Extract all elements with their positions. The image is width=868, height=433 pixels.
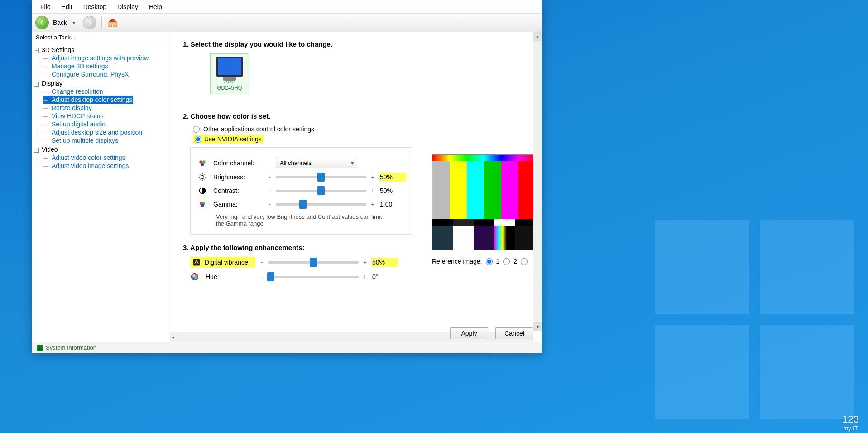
svg-point-15 [201, 204, 204, 207]
plus-icon: + [369, 187, 376, 194]
toolbar: Back ▼ [32, 14, 542, 32]
task-sidebar: Select a Task... −3D Settings Adjust ima… [32, 32, 170, 342]
forward-button[interactable] [83, 16, 96, 29]
home-icon[interactable] [107, 17, 118, 28]
tree-item-manage-3d[interactable]: Manage 3D settings [43, 62, 168, 70]
color-channel-select[interactable]: All channels [276, 158, 357, 168]
contrast-value: 50% [379, 187, 406, 194]
plus-icon: + [369, 173, 376, 181]
minus-icon: - [266, 201, 273, 208]
tree-item-multiple-displays[interactable]: Set up multiple displays [43, 136, 168, 144]
minus-icon: - [266, 187, 273, 194]
reference-radio-1[interactable] [486, 258, 493, 265]
radio-other-apps-label: Other applications control color setting… [203, 125, 314, 133]
tree-item-rotate-display[interactable]: Rotate display [43, 104, 168, 112]
apply-button[interactable]: Apply [450, 327, 488, 339]
watermark: 123 my IT [842, 415, 859, 433]
back-label: Back [51, 19, 69, 26]
digital-vibrance-value: 50% [371, 258, 398, 267]
toolbar-separator [101, 16, 102, 29]
hue-icon [190, 272, 199, 281]
scroll-left-icon[interactable]: ◂ [172, 335, 174, 340]
svg-point-0 [199, 160, 202, 164]
menu-display[interactable]: Display [113, 1, 143, 12]
color-channel-icon [198, 159, 207, 168]
svg-point-3 [201, 176, 204, 179]
tree-item-view-hdcp[interactable]: View HDCP status [43, 112, 168, 120]
svg-line-10 [200, 179, 201, 180]
contrast-icon [198, 186, 207, 195]
tree-item-adjust-desktop-color[interactable]: Adjust desktop color settings [43, 96, 133, 104]
brightness-label: Brightness: [213, 173, 263, 181]
reference-radio-2[interactable] [503, 258, 510, 265]
plus-icon: + [361, 259, 369, 266]
svg-line-9 [204, 179, 205, 180]
plus-icon: + [369, 201, 376, 208]
digital-vibrance-icon [192, 258, 201, 267]
monitor-icon [216, 57, 243, 77]
tree-item-desktop-size-position[interactable]: Adjust desktop size and position [43, 128, 168, 136]
sidebar-header: Select a Task... [32, 32, 170, 43]
nvidia-control-panel-window: File Edit Desktop Display Help Back ▼ Se… [32, 0, 542, 353]
gamma-icon [198, 200, 207, 209]
contrast-slider[interactable] [276, 190, 366, 192]
main-pane: 1. Select the display you would like to … [170, 32, 542, 342]
hue-value: 0° [371, 273, 398, 280]
preview-panel: Reference image: 1 2 [432, 154, 536, 265]
action-buttons: Apply Cancel [450, 325, 533, 342]
radio-other-apps[interactable] [193, 126, 200, 133]
brightness-value: 50% [379, 173, 406, 182]
collapse-icon[interactable]: − [34, 82, 39, 87]
reference-image-label: Reference image: [432, 258, 482, 265]
reference-radio-3[interactable] [521, 258, 528, 265]
menu-file[interactable]: File [36, 1, 55, 12]
tree-item-adjust-image-preview[interactable]: Adjust image settings with preview [43, 54, 168, 62]
radio-use-nvidia[interactable] [195, 136, 201, 143]
menubar: File Edit Desktop Display Help [32, 0, 542, 14]
system-information-link[interactable]: ⓘ System Information [32, 342, 542, 353]
brightness-slider[interactable] [276, 176, 366, 178]
menu-help[interactable]: Help [144, 1, 167, 12]
collapse-icon[interactable]: − [34, 48, 39, 53]
tree-item-video-color[interactable]: Adjust video color settings [43, 154, 168, 162]
tree-group-display[interactable]: −Display [34, 79, 168, 87]
tree-item-video-image[interactable]: Adjust video image settings [43, 162, 168, 170]
tree-group-3d-settings[interactable]: −3D Settings [34, 46, 168, 54]
hue-slider[interactable] [268, 276, 359, 278]
desktop-windows-logo [655, 220, 854, 419]
svg-line-11 [204, 174, 205, 175]
minus-icon: - [258, 273, 265, 280]
task-tree: −3D Settings Adjust image settings with … [32, 43, 170, 342]
digital-vibrance-label: Digital vibrance: [205, 259, 250, 266]
gamma-label: Gamma: [213, 201, 263, 208]
tree-item-digital-audio[interactable]: Set up digital audio [43, 120, 168, 128]
tree-item-change-resolution[interactable]: Change resolution [43, 87, 168, 96]
collapse-icon[interactable]: − [34, 148, 39, 153]
section1-title: 1. Select the display you would like to … [183, 40, 529, 48]
contrast-label: Contrast: [213, 187, 263, 194]
back-button[interactable] [36, 16, 48, 29]
scroll-up-icon[interactable]: ▴ [533, 32, 542, 41]
display-thumbnail[interactable]: Acer GD245HQ [210, 53, 249, 94]
hue-label: Hue: [206, 273, 255, 280]
color-channel-label: Color channel: [213, 159, 263, 167]
cancel-button[interactable]: Cancel [495, 327, 533, 339]
reference-preview-image [432, 154, 536, 250]
digital-vibrance-slider[interactable] [268, 261, 359, 264]
back-history-dropdown[interactable]: ▼ [72, 20, 81, 25]
minus-icon: - [258, 259, 265, 266]
gamma-value: 1.00 [379, 201, 406, 208]
scroll-down-icon[interactable]: ▾ [533, 322, 542, 331]
section2-title: 2. Choose how color is set. [183, 112, 529, 120]
vertical-scrollbar[interactable]: ▴ ▾ [533, 32, 542, 331]
plus-icon: + [361, 273, 369, 280]
gamma-slider[interactable] [276, 203, 366, 206]
menu-desktop[interactable]: Desktop [79, 1, 111, 12]
gamma-range-note: Very high and very low Brightness and Co… [216, 213, 388, 227]
svg-point-2 [201, 163, 204, 166]
info-icon: ⓘ [37, 345, 43, 351]
menu-edit[interactable]: Edit [57, 1, 77, 12]
tree-group-video[interactable]: −Video [34, 145, 168, 154]
tree-item-configure-surround[interactable]: Configure Surround, PhysX [43, 70, 168, 78]
brightness-icon [198, 173, 207, 182]
